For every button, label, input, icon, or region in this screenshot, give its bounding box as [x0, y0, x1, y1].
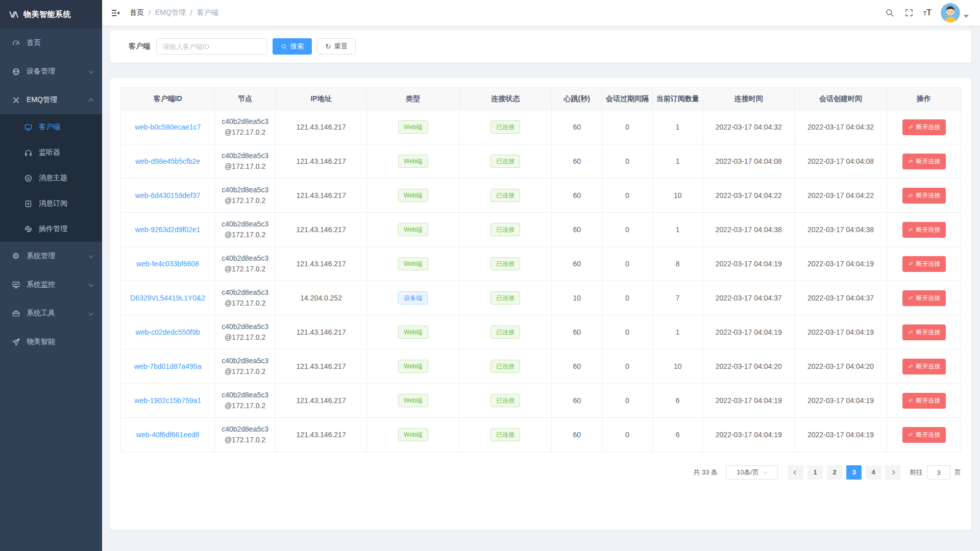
col-subscriptions: 当前订阅数量 — [652, 88, 703, 110]
sidebar-item-clients[interactable]: 客户端 — [0, 114, 102, 140]
node-cell: c40b2d8ea5c3@172.17.0.2 — [215, 315, 276, 349]
emq-submenu: 客户端 监听器 @ 消息主题 消息订阅 — [0, 114, 102, 242]
expire-cell: 0 — [602, 110, 653, 144]
session-time-cell: 2022-03-17 04:04:08 — [795, 144, 887, 179]
client-id-input[interactable] — [156, 38, 267, 55]
client-id-link[interactable]: web-b0c580ecae1c7 — [135, 123, 201, 131]
sidebar-item-plugins[interactable]: 插件管理 — [0, 216, 102, 242]
session-time-cell: 2022-03-17 04:04:19 — [795, 247, 887, 281]
table-row: web-c02dedc550f9b c40b2d8ea5c3@172.17.0.… — [121, 315, 961, 349]
client-id-link[interactable]: web-d98e45b5cfb2e — [135, 157, 200, 165]
sidebar-collapse-icon[interactable] — [109, 7, 121, 19]
unlink-icon — [908, 261, 914, 267]
expire-cell: 0 — [602, 247, 653, 281]
disconnect-button[interactable]: 断开连接 — [902, 222, 946, 238]
type-tag: Web端 — [398, 428, 428, 441]
ip-cell: 121.43.146.217 — [275, 418, 366, 452]
app-logo[interactable]: 物美智能系统 — [0, 0, 102, 29]
client-id-link[interactable]: web-9263d2d9f02e1 — [135, 226, 201, 234]
session-time-cell: 2022-03-17 04:04:20 — [795, 349, 887, 384]
disconnect-button[interactable]: 断开连接 — [902, 256, 946, 272]
chevron-up-icon — [89, 98, 94, 103]
disconnect-button[interactable]: 断开连接 — [902, 359, 946, 374]
session-time-cell: 2022-03-17 04:04:37 — [795, 281, 887, 315]
disconnect-button[interactable]: 断开连接 — [902, 188, 946, 204]
disconnect-button[interactable]: 断开连接 — [902, 290, 946, 306]
expire-cell: 0 — [602, 144, 653, 179]
page-button-4[interactable]: 4 — [866, 465, 881, 480]
node-cell: c40b2d8ea5c3@172.17.0.2 — [215, 110, 276, 144]
disconnect-button[interactable]: 断开连接 — [902, 427, 946, 443]
sidebar-item-listeners[interactable]: 监听器 — [0, 140, 102, 165]
sidebar-item-devices[interactable]: 设备管理 — [0, 57, 102, 86]
sidebar-item-system-admin[interactable]: ⚙ 系统管理 — [0, 242, 102, 270]
connect-time-cell: 2022-03-17 04:04:38 — [703, 213, 794, 247]
user-menu[interactable] — [941, 3, 969, 22]
node-cell: c40b2d8ea5c3@172.17.0.2 — [215, 384, 276, 418]
sidebar-item-system-tools[interactable]: 系统工具 — [0, 299, 102, 328]
client-id-link[interactable]: web-7bd01d87a495a — [134, 362, 202, 370]
sidebar-item-subscriptions[interactable]: 消息订阅 — [0, 191, 102, 216]
client-id-link[interactable]: web-c02dedc550f9b — [136, 328, 200, 336]
expire-cell: 0 — [602, 213, 653, 247]
table-header-row: 客户端ID 节点 IP地址 类型 连接状态 心跳(秒) 会话过期间隔 当前订阅数… — [121, 88, 961, 110]
heartbeat-cell: 60 — [552, 349, 602, 384]
font-size-icon[interactable]: TT — [923, 8, 932, 17]
page-size-select[interactable]: 10条/页 — [726, 465, 778, 480]
table-body: web-b0c580ecae1c7 c40b2d8ea5c3@172.17.0.… — [121, 110, 961, 452]
next-page-button[interactable] — [885, 465, 900, 480]
heartbeat-cell: 60 — [552, 418, 602, 452]
sidebar-item-emq[interactable]: EMQ管理 — [0, 86, 102, 114]
heartbeat-cell: 10 — [552, 281, 602, 315]
ip-cell: 121.43.146.217 — [275, 179, 366, 213]
sidebar-item-system-monitor[interactable]: 系统监控 — [0, 270, 102, 299]
bookmark-plus-icon — [23, 199, 33, 208]
client-id-link[interactable]: web-6d430159def37 — [135, 191, 201, 199]
search-button[interactable]: 搜索 — [273, 38, 312, 55]
page-content: 客户端 搜索 ↻ 重置 客户端ID — [102, 26, 980, 551]
disconnect-button[interactable]: 断开连接 — [902, 393, 946, 409]
disconnect-button[interactable]: 断开连接 — [902, 154, 946, 169]
ip-cell: 121.43.146.217 — [275, 213, 366, 247]
ip-cell: 121.43.146.217 — [275, 349, 366, 384]
breadcrumb-emq: EMQ管理 — [155, 8, 186, 17]
connect-time-cell: 2022-03-17 04:04:19 — [703, 384, 794, 418]
ip-cell: 14.204.0.252 — [275, 281, 366, 315]
type-tag: Web端 — [398, 155, 428, 168]
subscriptions-cell: 10 — [652, 349, 703, 384]
avatar[interactable] — [941, 3, 960, 22]
sidebar-item-topics[interactable]: @ 消息主题 — [0, 165, 102, 191]
sidebar-item-wumei-smart[interactable]: 物美智能 — [0, 328, 102, 356]
fullscreen-icon[interactable] — [904, 8, 914, 18]
node-cell: c40b2d8ea5c3@172.17.0.2 — [215, 179, 276, 213]
col-session-time: 会话创建时间 — [795, 88, 887, 110]
reset-button[interactable]: ↻ 重置 — [317, 38, 356, 55]
breadcrumb-home[interactable]: 首页 — [130, 8, 144, 17]
clients-table: 客户端ID 节点 IP地址 类型 连接状态 心跳(秒) 会话过期间隔 当前订阅数… — [120, 87, 961, 452]
page-button-3-active[interactable]: 3 — [846, 465, 862, 480]
disconnect-button[interactable]: 断开连接 — [902, 324, 946, 340]
client-id-link[interactable]: web-fe4c033bf6608 — [136, 260, 199, 268]
chevron-down-icon — [89, 310, 94, 315]
page-button-1[interactable]: 1 — [807, 465, 823, 480]
search-field-label: 客户端 — [129, 42, 150, 51]
topbar-actions: TT — [885, 3, 969, 22]
unlink-icon — [908, 432, 914, 438]
expire-cell: 0 — [602, 418, 653, 452]
page-jump-input[interactable] — [927, 465, 950, 480]
search-icon[interactable] — [885, 8, 895, 18]
col-ip: IP地址 — [275, 88, 366, 110]
client-id-link[interactable]: web-40f6df661eed8 — [136, 431, 200, 439]
share-nodes-icon — [11, 95, 20, 105]
page-button-2[interactable]: 2 — [827, 465, 842, 480]
status-tag: 已连接 — [491, 394, 520, 407]
session-time-cell: 2022-03-17 04:04:22 — [795, 179, 887, 213]
sidebar-item-home[interactable]: 首页 — [0, 29, 102, 57]
col-status: 连接状态 — [459, 88, 552, 110]
disconnect-button[interactable]: 断开连接 — [902, 119, 946, 135]
table-row: web-d98e45b5cfb2e c40b2d8ea5c3@172.17.0.… — [121, 144, 961, 179]
ip-cell: 121.43.146.217 — [275, 315, 366, 349]
client-id-link[interactable]: D6329VL54419L1Y0&2 — [130, 294, 205, 302]
client-id-link[interactable]: web-1902c15b759a1 — [134, 396, 201, 405]
prev-page-button[interactable] — [788, 465, 803, 480]
